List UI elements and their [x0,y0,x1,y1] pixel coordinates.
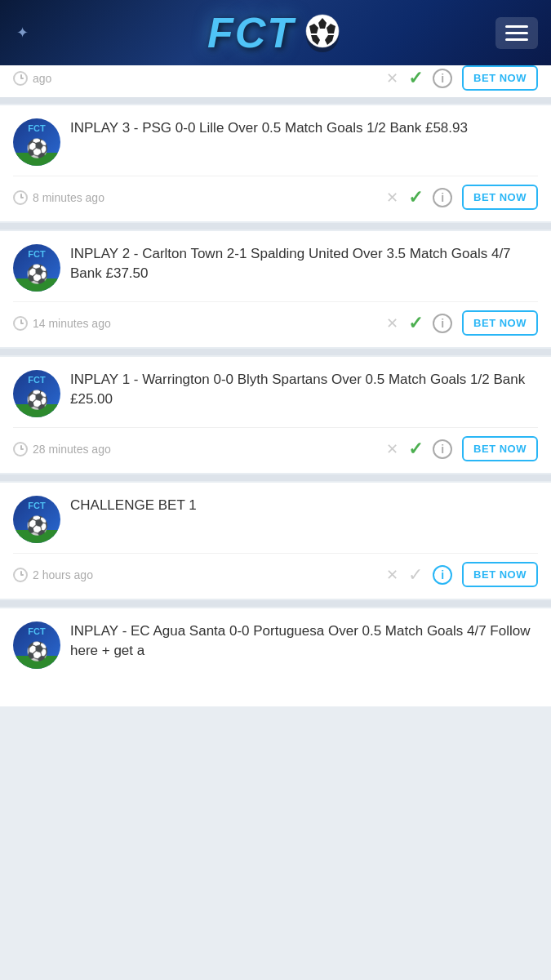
partial-top-card: ago ✕ ✓ i BET NOW [0,65,551,97]
card-text: INPLAY - EC Agua Santa 0-0 Portuguesa Ov… [70,621,538,661]
info-icon[interactable]: i [433,188,452,207]
check-icon[interactable]: ✓ [408,313,423,334]
avatar: FCT ⚽ [13,621,60,669]
avatar-fct-text: FCT [28,249,45,259]
avatar-ball-icon: ⚽ [26,138,48,159]
clock-icon [13,190,28,205]
time-info: 2 hours ago [13,568,376,582]
dismiss-icon[interactable]: ✕ [386,440,398,458]
clock-icon [13,71,28,86]
list-item: FCT ⚽ INPLAY - EC Agua Santa 0-0 Portugu… [0,608,551,706]
menu-button[interactable] [495,17,538,49]
check-icon[interactable]: ✓ [408,68,423,89]
clock-icon [13,316,28,331]
bet-now-button[interactable]: BET NOW [462,436,538,461]
avatar-ball-icon: ⚽ [26,390,48,411]
avatar-ball-icon: ⚽ [26,264,48,285]
soccer-ball-icon [301,11,344,54]
divider [0,474,551,481]
bet-now-button[interactable]: BET NOW [462,310,538,336]
dismiss-icon[interactable]: ✕ [386,314,398,332]
avatar: FCT ⚽ [13,118,60,166]
logo-text: FCT [207,8,295,57]
avatar: FCT ⚽ [13,496,60,543]
list-item: FCT ⚽ INPLAY 2 - Carlton Town 2-1 Spaldi… [0,231,551,347]
avatar-fct-text: FCT [28,626,45,636]
bet-now-button[interactable]: BET NOW [462,562,538,587]
dismiss-icon[interactable]: ✕ [386,189,398,207]
time-info: 28 minutes ago [13,442,376,457]
list-item: FCT ⚽ INPLAY 1 - Warrington 0-0 Blyth Sp… [0,357,551,473]
dismiss-icon[interactable]: ✕ [386,566,398,584]
star-icon: ✦ [16,24,29,42]
time-text: 28 minutes ago [33,443,111,456]
header-logo: FCT [13,8,538,57]
divider [0,223,551,229]
info-icon[interactable]: i [433,69,452,88]
check-icon[interactable]: ✓ [408,439,423,460]
header-decoration: ✦ [16,0,29,65]
avatar-fct-text: FCT [28,501,45,510]
check-icon[interactable]: ✓ [408,187,423,208]
card-content: FCT ⚽ INPLAY 2 - Carlton Town 2-1 Spaldi… [13,244,538,292]
feed: ago ✕ ✓ i BET NOW FCT ⚽ INPLAY 3 - PSG 0… [0,65,551,706]
list-item: FCT ⚽ CHALLENGE BET 1 2 hours ago ✕ ✓ i … [0,483,551,599]
hamburger-line-2 [505,32,528,34]
avatar-fct-text: FCT [28,123,45,133]
bet-now-button[interactable]: BET NOW [462,185,538,210]
info-icon[interactable]: i [433,314,452,333]
time-info: 14 minutes ago [13,316,376,331]
card-text: INPLAY 1 - Warrington 0-0 Blyth Spartans… [70,370,538,409]
card-text: CHALLENGE BET 1 [70,496,538,515]
check-inactive-icon: ✓ [408,564,423,586]
divider [0,349,551,355]
hamburger-line-3 [505,38,528,41]
time-text: 2 hours ago [33,568,93,581]
avatar-ball-icon: ⚽ [26,641,48,662]
card-content: FCT ⚽ INPLAY 3 - PSG 0-0 Lille Over 0.5 … [13,118,538,166]
time-info: 8 minutes ago [13,190,376,205]
info-icon[interactable]: i [433,565,452,585]
time-text: 8 minutes ago [33,191,104,204]
avatar-ball-icon: ⚽ [26,515,48,537]
card-content: FCT ⚽ INPLAY - EC Agua Santa 0-0 Portugu… [13,621,538,669]
partial-time: ago [13,71,376,86]
card-content: FCT ⚽ CHALLENGE BET 1 [13,496,538,543]
avatar: FCT ⚽ [13,244,60,292]
card-footer: 14 minutes ago ✕ ✓ i BET NOW [13,301,538,347]
list-item: FCT ⚽ INPLAY 3 - PSG 0-0 Lille Over 0.5 … [0,105,551,221]
hamburger-line-1 [505,25,528,28]
card-content: FCT ⚽ INPLAY 1 - Warrington 0-0 Blyth Sp… [13,370,538,417]
bet-now-button[interactable]: BET NOW [462,65,538,91]
avatar: FCT ⚽ [13,370,60,417]
card-text: INPLAY 2 - Carlton Town 2-1 Spalding Uni… [70,244,538,283]
divider [0,600,551,607]
partial-time-text: ago [33,72,51,85]
time-text: 14 minutes ago [33,317,111,330]
card-footer: 8 minutes ago ✕ ✓ i BET NOW [13,176,538,221]
card-text: INPLAY 3 - PSG 0-0 Lille Over 0.5 Match … [70,118,538,138]
clock-icon [13,568,28,582]
divider [0,97,551,104]
card-footer: 28 minutes ago ✕ ✓ i BET NOW [13,427,538,473]
dismiss-icon[interactable]: ✕ [386,69,398,87]
app-header: ✦ FCT [0,0,551,65]
clock-icon [13,442,28,457]
info-icon[interactable]: i [433,439,452,459]
avatar-fct-text: FCT [28,375,45,385]
card-footer: 2 hours ago ✕ ✓ i BET NOW [13,553,538,599]
